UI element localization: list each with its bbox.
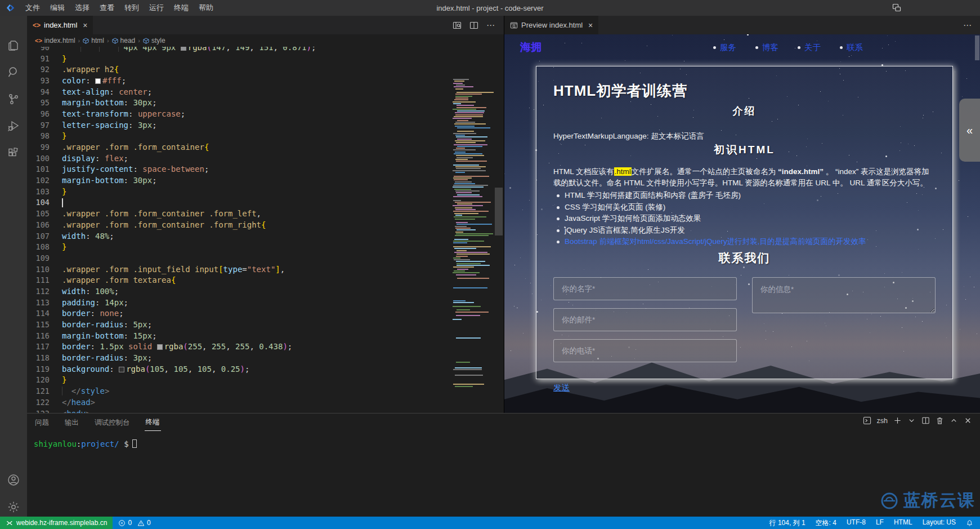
tab-preview-index-html[interactable]: Preview index.html × — [504, 16, 598, 34]
panel-tab-调试控制台[interactable]: 调试控制台 — [93, 415, 131, 431]
code-line-108[interactable]: 108} — [27, 241, 504, 252]
code-line-119[interactable]: 119background: rgba(105, 105, 105, 0.25)… — [27, 363, 504, 375]
code-line-95[interactable]: 95margin-bottom: 30px; — [27, 97, 504, 108]
color-swatch[interactable] — [181, 47, 186, 51]
code-line-97[interactable]: 97letter-spacing: 3px; — [27, 119, 504, 131]
code-line-122[interactable]: 122</head> — [27, 397, 504, 408]
nav-link-博客[interactable]: 博客 — [755, 42, 778, 53]
tab-index-html[interactable]: <> index.html × — [27, 16, 93, 34]
send-link[interactable]: 发送 — [553, 383, 570, 393]
code-line-116[interactable]: 116margin-bottom: 15px; — [27, 330, 504, 341]
minimap[interactable] — [451, 78, 494, 413]
run-debug-icon[interactable] — [0, 113, 27, 140]
extensions-icon[interactable] — [0, 140, 27, 167]
menu-item-选择[interactable]: 选择 — [70, 0, 95, 16]
breadcrumb-file[interactable]: <> index.html — [35, 37, 75, 45]
code-line-121[interactable]: 121 </style> — [27, 385, 504, 397]
status-item[interactable]: LF — [876, 518, 884, 528]
menu-item-帮助[interactable]: 帮助 — [194, 0, 218, 16]
code-line-105[interactable]: 105.wrapper .form .form_container .form_… — [27, 208, 504, 219]
files-icon[interactable] — [0, 32, 27, 59]
shell-label[interactable]: zsh — [877, 417, 888, 425]
color-swatch[interactable] — [119, 367, 124, 372]
kill-terminal-icon[interactable] — [936, 416, 944, 425]
code-line-109[interactable]: 109 — [27, 252, 504, 264]
menu-item-转到[interactable]: 转到 — [119, 0, 144, 16]
code-line-99[interactable]: 99.wrapper .form .form_container{ — [27, 141, 504, 153]
code-line-94[interactable]: 94text-align: center; — [27, 86, 504, 97]
editor-scrollbar[interactable] — [494, 47, 504, 413]
menu-item-编辑[interactable]: 编辑 — [45, 0, 70, 16]
code-line-114[interactable]: 114border: none; — [27, 308, 504, 319]
terminal[interactable]: shiyanlou:project/ $ — [34, 439, 137, 448]
status-item[interactable]: 空格: 4 — [816, 518, 836, 528]
status-item[interactable]: Layout: US — [923, 518, 956, 528]
bootstrap-link[interactable]: Bootstrap 前端框架对html/css/JavaScript/jQuer… — [557, 236, 936, 248]
split-editor-icon[interactable] — [469, 21, 478, 30]
breadcrumb-item-style[interactable]: style — [143, 37, 165, 45]
chevron-down-icon[interactable] — [907, 416, 916, 425]
code-line-96[interactable]: 96text-transform: uppercase; — [27, 108, 504, 119]
code-line-102[interactable]: 102margin-bottom: 30px; — [27, 175, 504, 186]
panel-tab-问题[interactable]: 问题 — [34, 415, 50, 431]
customize-layout-icon[interactable] — [892, 3, 901, 12]
search-icon[interactable] — [0, 59, 27, 86]
code-line-101[interactable]: 101justify-content: space-between; — [27, 164, 504, 175]
account-icon[interactable] — [0, 466, 27, 494]
new-terminal-icon[interactable] — [893, 416, 902, 425]
menu-item-终端[interactable]: 终端 — [169, 0, 194, 16]
code-line-120[interactable]: 120} — [27, 375, 504, 386]
panel-tab-输出[interactable]: 输出 — [64, 415, 80, 431]
menu-item-运行[interactable]: 运行 — [144, 0, 169, 16]
code-line-107[interactable]: 107width: 48%; — [27, 230, 504, 242]
panel-tab-终端[interactable]: 终端 — [145, 414, 161, 431]
code-line-118[interactable]: 118border-radius: 3px; — [27, 352, 504, 363]
code-line-92[interactable]: 92.wrapper h2{ — [27, 64, 504, 75]
code-line-123[interactable]: 123<body> — [27, 408, 504, 413]
nav-link-服务[interactable]: 服务 — [713, 42, 736, 53]
code-line-117[interactable]: 117border: 1.5px solid rgba(255, 255, 25… — [27, 341, 504, 353]
site-logo[interactable]: 海拥 — [520, 40, 542, 55]
remote-indicator[interactable]: webide.hz-iframe.simplelab.cn — [0, 517, 113, 529]
message-field[interactable] — [752, 277, 936, 313]
notifications-bell-icon[interactable] — [966, 519, 973, 527]
breadcrumb-item-head[interactable]: head — [112, 37, 136, 45]
maximize-panel-icon[interactable] — [950, 416, 958, 425]
split-terminal-icon[interactable] — [921, 416, 930, 425]
code-line-106[interactable]: 106.wrapper .form .form_container .form_… — [27, 219, 504, 230]
problems-indicator[interactable]: 0 0 — [113, 519, 156, 527]
close-panel-icon[interactable] — [964, 416, 972, 425]
code-line-90[interactable]: 90 4px 4px 9px rgba(147, 149, 151, 0.871… — [27, 47, 504, 53]
code-line-93[interactable]: 93color: #fff; — [27, 75, 504, 86]
code-line-100[interactable]: 100display: flex; — [27, 153, 504, 164]
status-item[interactable]: UTF-8 — [847, 518, 866, 528]
color-swatch[interactable] — [157, 344, 163, 350]
sidebar-collapse-handle[interactable]: « — [959, 99, 980, 162]
color-swatch[interactable] — [95, 78, 101, 84]
more-actions-icon[interactable]: ⋯ — [486, 20, 495, 30]
code-line-98[interactable]: 98} — [27, 131, 504, 142]
menu-item-文件[interactable]: 文件 — [20, 0, 45, 16]
preview-scrollbar[interactable] — [975, 35, 979, 60]
code-line-110[interactable]: 110.wrapper .form .input_field input[typ… — [27, 264, 504, 275]
code-line-104[interactable]: 104 — [27, 197, 504, 208]
code-line-103[interactable]: 103} — [27, 186, 504, 197]
scrollbar-slider[interactable] — [495, 188, 503, 235]
form-field-2[interactable] — [553, 308, 737, 331]
close-tab-icon[interactable]: × — [83, 21, 87, 30]
form-field-1[interactable] — [553, 277, 737, 300]
breadcrumb-item-html[interactable]: html — [83, 37, 104, 45]
more-actions-icon[interactable]: ⋯ — [963, 20, 972, 30]
source-control-icon[interactable] — [0, 86, 27, 113]
close-tab-icon[interactable]: × — [588, 21, 593, 30]
open-preview-icon[interactable] — [453, 21, 462, 30]
code-line-113[interactable]: 113padding: 14px; — [27, 297, 504, 308]
status-item[interactable]: HTML — [894, 518, 912, 528]
code-editor[interactable]: 90 4px 4px 9px rgba(147, 149, 151, 0.871… — [27, 47, 504, 413]
code-line-115[interactable]: 115border-radius: 5px; — [27, 319, 504, 330]
code-line-91[interactable]: 91} — [27, 53, 504, 64]
form-field-3[interactable] — [553, 339, 737, 362]
status-item[interactable]: 行 104, 列 1 — [769, 518, 806, 528]
nav-link-关于[interactable]: 关于 — [798, 42, 821, 53]
code-line-111[interactable]: 111.wrapper .form textarea{ — [27, 274, 504, 286]
